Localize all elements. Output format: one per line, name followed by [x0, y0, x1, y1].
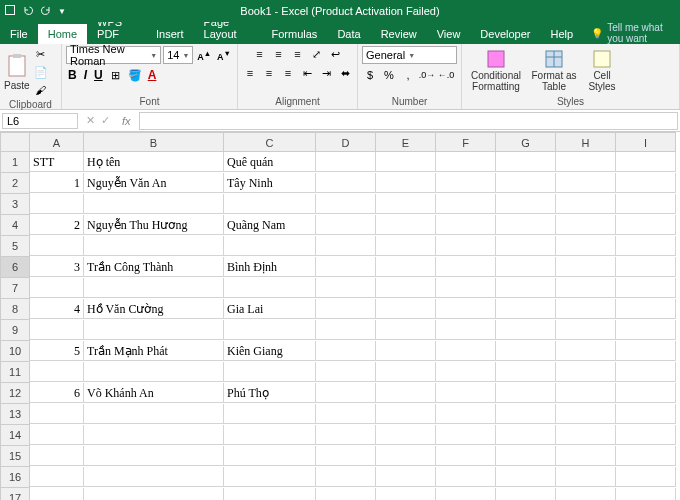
number-format-combo[interactable]: General▼	[362, 46, 457, 64]
cell[interactable]	[436, 341, 496, 361]
cell[interactable]	[84, 488, 224, 500]
cell[interactable]	[496, 341, 556, 361]
cell[interactable]	[376, 152, 436, 172]
cell[interactable]	[316, 173, 376, 193]
row-header[interactable]: 10	[0, 341, 30, 362]
cell[interactable]	[316, 488, 376, 500]
cell[interactable]	[30, 446, 84, 466]
cell[interactable]	[84, 194, 224, 214]
cell[interactable]	[316, 236, 376, 256]
cell[interactable]	[436, 383, 496, 403]
cell[interactable]	[30, 320, 84, 340]
cell[interactable]	[316, 152, 376, 172]
cell[interactable]: Nguyễn Thu Hương	[84, 215, 224, 235]
align-top-icon[interactable]: ≡	[252, 46, 268, 62]
cell[interactable]	[224, 320, 316, 340]
fx-icon[interactable]: fx	[116, 115, 137, 127]
cut-icon[interactable]: ✂	[33, 46, 49, 62]
row-header[interactable]: 3	[0, 194, 30, 215]
cell[interactable]	[84, 404, 224, 424]
column-header-C[interactable]: C	[224, 132, 316, 152]
cell[interactable]	[316, 446, 376, 466]
cell[interactable]	[30, 467, 84, 487]
row-header[interactable]: 7	[0, 278, 30, 299]
conditional-formatting-button[interactable]: Conditional Formatting	[466, 49, 526, 92]
cell[interactable]	[496, 425, 556, 445]
cell[interactable]	[616, 425, 676, 445]
cell[interactable]: 5	[30, 341, 84, 361]
column-header-E[interactable]: E	[376, 132, 436, 152]
cell[interactable]	[496, 278, 556, 298]
cell[interactable]	[436, 194, 496, 214]
cell[interactable]	[224, 425, 316, 445]
border-button[interactable]: ⊞	[108, 67, 124, 83]
tab-formulas[interactable]: Formulas	[262, 24, 328, 44]
cell[interactable]	[556, 425, 616, 445]
accounting-format-icon[interactable]: $	[362, 67, 378, 83]
decrease-indent-icon[interactable]: ⇤	[299, 65, 315, 81]
cell[interactable]	[316, 320, 376, 340]
cell[interactable]	[84, 236, 224, 256]
cell[interactable]	[496, 320, 556, 340]
cell[interactable]: Trần Công Thành	[84, 257, 224, 277]
cell[interactable]	[316, 404, 376, 424]
cell[interactable]	[556, 236, 616, 256]
cell[interactable]	[496, 383, 556, 403]
column-header-B[interactable]: B	[84, 132, 224, 152]
cell[interactable]	[316, 425, 376, 445]
cell[interactable]	[30, 425, 84, 445]
cell[interactable]	[436, 215, 496, 235]
cell[interactable]	[30, 488, 84, 500]
cell[interactable]	[436, 152, 496, 172]
cell[interactable]: Phú Thọ	[224, 383, 316, 403]
cell[interactable]	[556, 299, 616, 319]
align-right-icon[interactable]: ≡	[280, 65, 296, 81]
cell[interactable]	[616, 341, 676, 361]
cell[interactable]	[496, 488, 556, 500]
cell[interactable]	[556, 467, 616, 487]
decrease-font-button[interactable]: A▼	[215, 49, 233, 62]
cell[interactable]: 3	[30, 257, 84, 277]
cell[interactable]	[496, 362, 556, 382]
cell[interactable]	[376, 467, 436, 487]
align-bottom-icon[interactable]: ≡	[290, 46, 306, 62]
row-header[interactable]: 11	[0, 362, 30, 383]
cell[interactable]: Kiên Giang	[224, 341, 316, 361]
cell[interactable]	[376, 257, 436, 277]
cell[interactable]	[556, 215, 616, 235]
cell[interactable]	[224, 404, 316, 424]
cell[interactable]	[616, 278, 676, 298]
cell[interactable]	[496, 404, 556, 424]
row-header[interactable]: 6	[0, 257, 30, 278]
row-header[interactable]: 1	[0, 152, 30, 173]
cell[interactable]	[376, 215, 436, 235]
cell[interactable]	[224, 278, 316, 298]
cell[interactable]	[556, 194, 616, 214]
cell[interactable]	[436, 362, 496, 382]
cell[interactable]	[496, 215, 556, 235]
cell[interactable]	[616, 236, 676, 256]
cell[interactable]: Họ tên	[84, 152, 224, 172]
comma-format-icon[interactable]: ,	[400, 67, 416, 83]
cell[interactable]	[224, 362, 316, 382]
cell[interactable]	[436, 236, 496, 256]
row-header[interactable]: 16	[0, 467, 30, 488]
tab-file[interactable]: File	[0, 24, 38, 44]
tab-review[interactable]: Review	[371, 24, 427, 44]
cell[interactable]	[316, 257, 376, 277]
tell-me-search[interactable]: 💡 Tell me what you want	[591, 22, 680, 44]
column-header-H[interactable]: H	[556, 132, 616, 152]
cell[interactable]	[616, 320, 676, 340]
tab-developer[interactable]: Developer	[470, 24, 540, 44]
cell-styles-button[interactable]: Cell Styles	[582, 49, 622, 92]
cell[interactable]	[556, 341, 616, 361]
cell[interactable]	[556, 446, 616, 466]
italic-button[interactable]: I	[82, 68, 89, 82]
cell[interactable]	[556, 320, 616, 340]
cell[interactable]	[556, 152, 616, 172]
cell[interactable]	[224, 488, 316, 500]
cell[interactable]	[84, 362, 224, 382]
cell[interactable]	[496, 194, 556, 214]
cell[interactable]	[436, 446, 496, 466]
font-size-combo[interactable]: 14▼	[163, 46, 193, 64]
